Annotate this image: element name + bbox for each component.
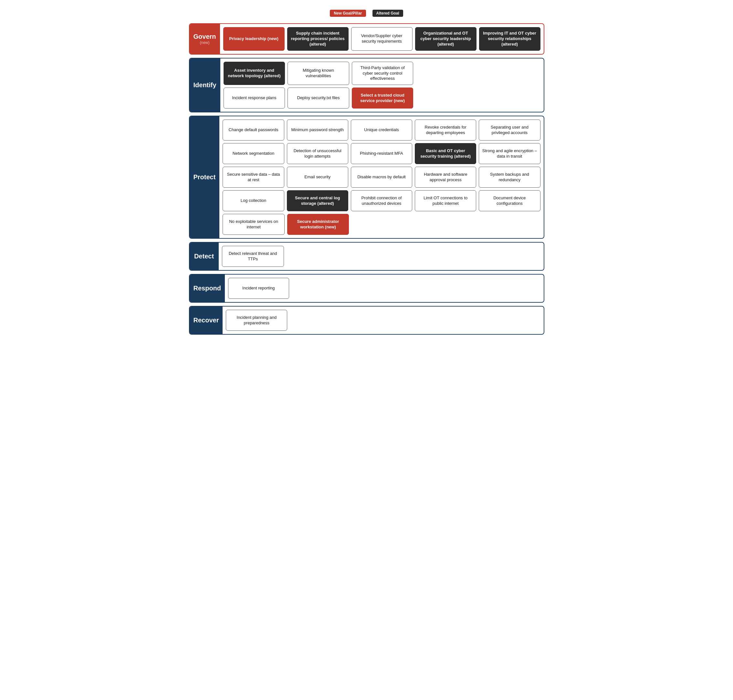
card-protect-3-1: Secure sensitive data – data at rest — [222, 167, 284, 188]
govern-row: Privacy leadership (new) Supply chain in… — [223, 27, 540, 51]
card-protect-5-4 — [415, 214, 477, 235]
card-detect-1-5 — [479, 246, 540, 267]
identify-row-1: Asset inventory and network topology (al… — [224, 62, 540, 85]
card-respond-1-5 — [480, 278, 540, 299]
card-protect-2-5: Strong and agile encryption – data in tr… — [479, 143, 540, 164]
recover-label: Recover — [190, 307, 223, 334]
card-protect-5-3 — [352, 214, 412, 235]
protect-row-3: Secure sensitive data – data at rest Ema… — [222, 167, 540, 188]
card-detect-1-4 — [415, 246, 476, 267]
recover-content: Incident planning and preparedness — [222, 307, 543, 334]
detect-label: Detect — [190, 243, 219, 270]
protect-content: Change default passwords Minimum passwor… — [219, 116, 543, 238]
card-protect-1-2: Minimum password strength — [287, 119, 348, 141]
card-identify-2-4 — [416, 88, 477, 109]
card-identify-1-3: Third-Party validation of cyber security… — [352, 62, 414, 85]
section-respond: Respond Incident reporting — [189, 274, 545, 303]
respond-label: Respond — [190, 275, 225, 302]
respond-row-1: Incident reporting — [228, 278, 540, 299]
card-protect-3-3: Disable macros by default — [351, 167, 412, 188]
card-protect-5-1: No exploitable services on internet — [222, 214, 284, 235]
section-detect: Detect Detect relevant threat and TTPs — [189, 242, 545, 271]
card-identify-2-3: Select a trusted cloud service provider … — [352, 88, 414, 109]
card-govern-5: Improving IT and OT cyber security relat… — [479, 27, 540, 51]
card-protect-4-4: Limit OT connections to public internet — [415, 190, 476, 211]
card-govern-1: Privacy leadership (new) — [223, 27, 285, 51]
card-identify-2-1: Incident response plans — [224, 88, 285, 109]
card-protect-1-3: Unique credentials — [351, 119, 412, 141]
card-respond-1-2 — [292, 278, 352, 299]
card-identify-1-4 — [416, 62, 477, 85]
card-protect-2-4: Basic and OT cyber security training (al… — [415, 143, 476, 164]
legend-altered: Altered Goal — [372, 10, 403, 17]
card-detect-1-1: Detect relevant threat and TTPs — [222, 246, 284, 267]
protect-row-5: No exploitable services on internet Secu… — [222, 214, 540, 235]
card-govern-3: Vendor/Supplier cyber security requireme… — [351, 27, 412, 51]
recover-row-1: Incident planning and preparedness — [226, 310, 540, 331]
section-protect: Protect Change default passwords Minimum… — [189, 116, 545, 239]
protect-row-2: Network segmentation Detection of unsucc… — [222, 143, 540, 164]
section-recover: Recover Incident planning and preparedne… — [189, 306, 545, 335]
card-respond-1-3 — [355, 278, 415, 299]
card-protect-1-4: Revoke credentials for departing employe… — [415, 119, 476, 141]
card-identify-2-5 — [480, 88, 540, 109]
card-govern-4: Organizational and OT cyber security lea… — [415, 27, 477, 51]
legend-new-box: New Goal/Pillar — [330, 10, 366, 17]
legend-altered-box: Altered Goal — [372, 10, 403, 17]
card-protect-1-5: Separating user and privileged accounts — [479, 119, 540, 141]
card-protect-5-2: Secure administrator workstation (new) — [287, 214, 349, 235]
protect-row-1: Change default passwords Minimum passwor… — [222, 119, 540, 141]
card-detect-1-3 — [350, 246, 412, 267]
card-recover-1-4 — [417, 310, 477, 331]
card-recover-1-1: Incident planning and preparedness — [226, 310, 287, 331]
card-identify-1-1: Asset inventory and network topology (al… — [224, 62, 285, 85]
protect-label: Protect — [190, 116, 220, 238]
card-identify-1-2: Mitigating known vulnerabilities — [287, 62, 349, 85]
section-identify: Identify Asset inventory and network top… — [189, 58, 545, 113]
card-protect-2-1: Network segmentation — [222, 143, 284, 164]
card-protect-3-4: Hardware and software approval process — [415, 167, 476, 188]
protect-row-4: Log collection Secure and central log st… — [222, 190, 540, 211]
card-recover-1-5 — [480, 310, 540, 331]
card-protect-1-1: Change default passwords — [222, 119, 284, 141]
respond-content: Incident reporting — [225, 275, 543, 302]
identify-label: Identify — [190, 59, 220, 112]
legend-new: New Goal/Pillar — [330, 10, 366, 17]
card-recover-1-2 — [290, 310, 350, 331]
card-govern-2: Supply chain incident reporting process/… — [287, 27, 349, 51]
card-respond-1-4 — [417, 278, 477, 299]
govern-content: Privacy leadership (new) Supply chain in… — [220, 24, 544, 54]
card-identify-2-2: Deploy security.txt files — [287, 88, 349, 109]
card-protect-4-3: Prohibit connection of unauthorized devi… — [351, 190, 412, 211]
card-recover-1-3 — [353, 310, 414, 331]
page-wrapper: New Goal/Pillar Altered Goal Govern (new… — [189, 10, 545, 335]
card-protect-3-5: System backups and redundancy — [479, 167, 540, 188]
section-govern: Govern (new) Privacy leadership (new) Su… — [189, 23, 545, 54]
card-protect-5-5 — [479, 214, 540, 235]
card-protect-2-3: Phishing-resistant MFA — [351, 143, 412, 164]
card-protect-4-2: Secure and central log storage (altered) — [287, 190, 348, 211]
card-protect-3-2: Email security — [287, 167, 348, 188]
legend: New Goal/Pillar Altered Goal — [189, 10, 545, 17]
identify-content: Asset inventory and network topology (al… — [220, 59, 544, 112]
identify-row-2: Incident response plans Deploy security.… — [224, 88, 540, 109]
card-identify-1-5 — [480, 62, 540, 85]
card-detect-1-2 — [287, 246, 348, 267]
govern-label: Govern (new) — [190, 24, 220, 54]
card-protect-4-1: Log collection — [222, 190, 284, 211]
detect-content: Detect relevant threat and TTPs — [219, 243, 544, 270]
card-protect-2-2: Detection of unsuccessful login attempts — [287, 143, 348, 164]
card-protect-4-5: Document device configurations — [479, 190, 540, 211]
card-respond-1-1: Incident reporting — [228, 278, 289, 299]
detect-row-1: Detect relevant threat and TTPs — [222, 246, 540, 267]
